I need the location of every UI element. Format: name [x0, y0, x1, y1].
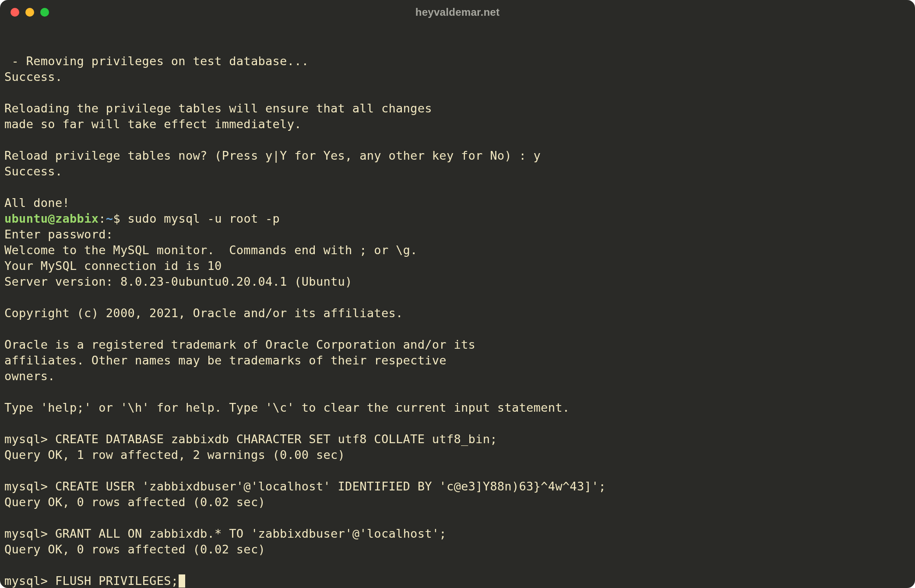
maximize-icon[interactable] — [40, 8, 49, 17]
output-line: - Removing privileges on test database..… — [4, 54, 309, 68]
terminal-output[interactable]: - Removing privileges on test database..… — [0, 24, 915, 588]
output-line: owners. — [4, 369, 55, 383]
output-line: Success. — [4, 164, 62, 178]
cursor-icon — [179, 574, 185, 588]
prompt-user: ubuntu — [4, 212, 48, 225]
output-line: Success. — [4, 70, 62, 84]
shell-prompt: ubuntu@zabbix:~$ — [4, 212, 120, 225]
prompt-host: zabbix — [55, 212, 99, 225]
output-line: Your MySQL connection id is 10 — [4, 259, 222, 273]
minimize-icon[interactable] — [25, 8, 34, 17]
mysql-prompt: mysql> — [4, 527, 48, 540]
output-line: Type 'help;' or '\h' for help. Type '\c'… — [4, 401, 570, 414]
prompt-path: ~ — [106, 212, 113, 225]
output-line: Query OK, 0 rows affected (0.02 sec) — [4, 542, 265, 556]
output-line: Oracle is a registered trademark of Orac… — [4, 338, 475, 351]
mysql-prompt: mysql> — [4, 574, 48, 588]
output-line: Reload privilege tables now? (Press y|Y … — [4, 149, 541, 162]
output-line: Copyright (c) 2000, 2021, Oracle and/or … — [4, 306, 403, 320]
mysql-prompt: mysql> — [4, 432, 48, 446]
sql-command: FLUSH PRIVILEGES; — [48, 574, 178, 588]
output-line: All done! — [4, 196, 70, 210]
prompt-symbol: $ — [113, 212, 120, 225]
output-line: Server version: 8.0.23-0ubuntu0.20.04.1 … — [4, 275, 352, 288]
output-line: Enter password: — [4, 228, 113, 241]
output-line: Reloading the privilege tables will ensu… — [4, 102, 432, 115]
output-line: made so far will take effect immediately… — [4, 117, 302, 131]
titlebar: heyvaldemar.net — [0, 0, 915, 24]
window-controls — [11, 8, 49, 17]
sql-command: CREATE USER 'zabbixdbuser'@'localhost' I… — [48, 480, 606, 493]
close-icon[interactable] — [11, 8, 19, 17]
sql-command: GRANT ALL ON zabbixdb.* TO 'zabbixdbuser… — [48, 527, 447, 540]
prompt-at: @ — [48, 212, 55, 225]
terminal-window: heyvaldemar.net - Removing privileges on… — [0, 0, 915, 588]
mysql-prompt: mysql> — [4, 480, 48, 493]
prompt-colon: : — [99, 212, 106, 225]
window-title: heyvaldemar.net — [415, 6, 500, 18]
sql-command: CREATE DATABASE zabbixdb CHARACTER SET u… — [48, 432, 497, 446]
output-line: affiliates. Other names may be trademark… — [4, 354, 447, 367]
output-line: Query OK, 1 row affected, 2 warnings (0.… — [4, 448, 345, 462]
shell-command: sudo mysql -u root -p — [120, 212, 280, 225]
output-line: Query OK, 0 rows affected (0.02 sec) — [4, 495, 265, 509]
output-line: Welcome to the MySQL monitor. Commands e… — [4, 243, 418, 257]
